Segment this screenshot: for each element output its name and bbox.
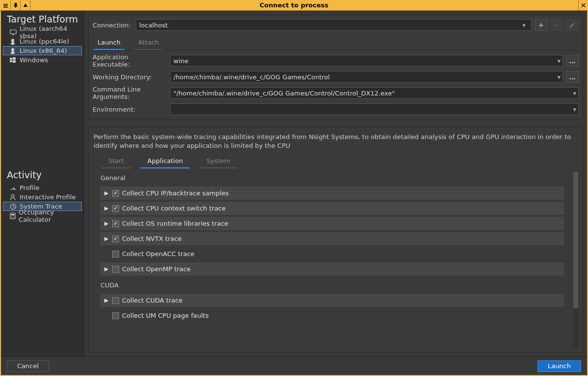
- trace-icon: [10, 203, 17, 210]
- tab-attach[interactable]: Attach: [134, 37, 163, 50]
- svg-rect-8: [10, 60, 12, 62]
- remove-connection-button: −: [550, 19, 563, 31]
- wd-label: Working Directory:: [93, 73, 167, 81]
- wd-input[interactable]: /home/chimba/.wine/drive_c/GOG Games/Con…: [170, 71, 563, 83]
- option-checkbox[interactable]: [112, 251, 119, 258]
- window-title: Connect to process: [0, 1, 588, 9]
- option-checkbox[interactable]: [112, 220, 119, 227]
- subtab-start[interactable]: Start: [101, 155, 131, 168]
- option-row[interactable]: ▶Collect CPU context switch trace: [100, 202, 564, 215]
- svg-rect-7: [13, 57, 16, 60]
- activity-item[interactable]: Interactive Profile: [3, 192, 82, 202]
- option-label: Collect OpenMP trace: [122, 265, 191, 273]
- option-label: Collect CPU IP/backtrace samples: [122, 189, 229, 197]
- monitor-icon: [10, 29, 17, 35]
- wd-browse-button[interactable]: …: [566, 71, 579, 83]
- svg-line-14: [13, 207, 15, 208]
- option-row[interactable]: ▶Collect CPU IP/backtrace samples: [100, 187, 564, 200]
- svg-point-3: [11, 42, 15, 45]
- subtab-application[interactable]: Application: [141, 155, 190, 168]
- option-checkbox[interactable]: [112, 312, 119, 319]
- tab-launch[interactable]: Launch: [94, 37, 124, 50]
- option-group-label: General: [93, 170, 572, 185]
- svg-point-20: [13, 217, 14, 218]
- expand-arrow-icon[interactable]: ▶: [104, 235, 109, 242]
- env-label: Environment:: [93, 106, 167, 113]
- expand-arrow-icon[interactable]: ▶: [104, 205, 109, 212]
- platform-item-label: Windows: [20, 56, 48, 64]
- svg-rect-15: [10, 213, 15, 219]
- option-label: Collect OS runtime libraries trace: [122, 220, 228, 227]
- activity-subtabs: Start Application System: [93, 153, 579, 168]
- connection-select[interactable]: localhost ▾: [136, 19, 532, 31]
- option-label: Collect OpenACC trace: [122, 250, 195, 258]
- option-label: Collect CPU context switch trace: [122, 205, 226, 212]
- tux-icon: [10, 38, 17, 45]
- scrollbar-thumb[interactable]: [573, 171, 578, 308]
- option-group-label: CUDA: [93, 278, 572, 292]
- chevron-down-icon: ▾: [557, 73, 561, 81]
- subtab-system[interactable]: System: [199, 155, 237, 168]
- platform-item[interactable]: Linux (aarch64 sbsa): [3, 27, 82, 37]
- cancel-button[interactable]: Cancel: [7, 360, 49, 372]
- args-label: Command Line Arguments:: [93, 86, 167, 100]
- chevron-down-icon: ▾: [557, 57, 561, 65]
- expand-arrow-icon[interactable]: ▶: [104, 190, 109, 196]
- option-row[interactable]: ▶Collect CUDA trace: [100, 294, 564, 307]
- close-icon[interactable]: ✕: [578, 0, 588, 10]
- option-checkbox[interactable]: [112, 266, 119, 273]
- platform-item[interactable]: Windows: [3, 55, 82, 65]
- svg-rect-9: [13, 60, 16, 63]
- option-checkbox[interactable]: [112, 297, 119, 304]
- expand-arrow-icon[interactable]: ▶: [104, 297, 109, 304]
- svg-point-5: [11, 51, 15, 54]
- exe-browse-button[interactable]: …: [566, 55, 579, 67]
- activity-list: ProfileInteractive ProfileSystem TraceOc…: [1, 182, 84, 224]
- up-icon[interactable]: [21, 0, 30, 10]
- option-row[interactable]: Collect UM CPU page faults: [100, 309, 564, 322]
- left-sidebar: Target Platform Linux (aarch64 sbsa)Linu…: [1, 11, 84, 356]
- option-label: Collect NVTX trace: [122, 235, 182, 242]
- svg-point-19: [11, 217, 12, 218]
- option-checkbox[interactable]: [112, 205, 119, 212]
- connection-label: Connection:: [93, 22, 133, 29]
- exe-input[interactable]: wine ▾: [170, 55, 563, 67]
- option-row[interactable]: ▶Collect OpenMP trace: [100, 262, 564, 276]
- chevron-down-icon: ▾: [522, 22, 529, 28]
- option-row[interactable]: ▶Collect NVTX trace: [100, 232, 564, 245]
- activity-description: Perform the basic system-wide tracing ca…: [93, 132, 579, 153]
- option-checkbox[interactable]: [112, 235, 119, 242]
- env-input[interactable]: ▾: [170, 103, 579, 115]
- add-connection-button[interactable]: +: [535, 19, 547, 31]
- args-input[interactable]: "/home/chimba/.wine/drive_c/GOG Games/Co…: [170, 87, 579, 99]
- option-label: Collect UM CPU page faults: [122, 312, 209, 319]
- windows-icon: [10, 57, 17, 63]
- option-checkbox[interactable]: [112, 190, 119, 197]
- option-label: Collect CUDA trace: [122, 297, 183, 304]
- pin-icon[interactable]: [11, 0, 21, 10]
- platform-item-label: Linux (x86_64): [20, 47, 67, 54]
- scrollbar[interactable]: [573, 170, 579, 348]
- activity-item[interactable]: Occupancy Calculator: [3, 211, 82, 220]
- activity-item-label: Interactive Profile: [20, 193, 76, 201]
- option-row[interactable]: ▶Collect OS runtime libraries trace: [100, 217, 564, 230]
- expand-arrow-icon[interactable]: ▶: [104, 266, 109, 272]
- menu-icon[interactable]: ≡: [1, 0, 11, 10]
- activity-item[interactable]: Profile: [3, 183, 82, 192]
- option-row[interactable]: Collect OpenACC trace: [100, 247, 564, 260]
- platform-item[interactable]: Linux (x86_64): [3, 46, 82, 55]
- platform-list: Linux (aarch64 sbsa)Linux (ppc64le)Linux…: [1, 26, 84, 69]
- svg-rect-16: [11, 214, 14, 215]
- platform-header: Target Platform: [1, 11, 84, 26]
- edit-connection-button: [566, 19, 579, 31]
- activity-item-label: Profile: [20, 184, 39, 191]
- svg-rect-1: [12, 34, 14, 35]
- chevron-down-icon: ▾: [573, 106, 576, 113]
- exe-label: Application Executable:: [93, 53, 167, 68]
- launch-button[interactable]: Launch: [538, 360, 581, 372]
- platform-item-label: Linux (ppc64le): [20, 38, 69, 45]
- svg-rect-6: [10, 58, 12, 60]
- expand-arrow-icon[interactable]: ▶: [104, 220, 109, 227]
- titlebar: ≡ Connect to process ✕: [0, 0, 588, 11]
- calc-icon: [10, 212, 16, 219]
